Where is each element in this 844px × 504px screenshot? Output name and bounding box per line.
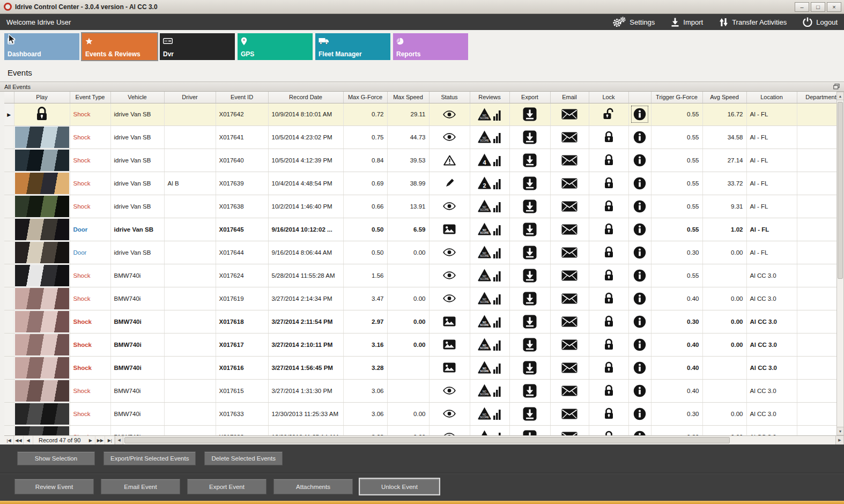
- email-cell[interactable]: [550, 310, 589, 333]
- tab-fleet-manager[interactable]: Fleet Manager: [315, 33, 390, 60]
- scroll-left-button[interactable]: ◀: [115, 436, 123, 444]
- reviews-cell[interactable]: NOSCORE: [470, 379, 509, 402]
- prev-record-button[interactable]: ◀: [24, 436, 33, 444]
- play-cell[interactable]: [14, 287, 70, 310]
- export-cell[interactable]: [509, 356, 550, 379]
- table-row[interactable]: ▶ Shock BMW740i X017615 3/27/2014 1:31:3…: [4, 379, 836, 402]
- table-row[interactable]: ▶ Shock idrive Van SB X017641 10/5/2014 …: [4, 125, 836, 149]
- close-button[interactable]: ×: [827, 2, 841, 12]
- lock-cell[interactable]: [589, 264, 628, 287]
- lock-cell[interactable]: [589, 333, 628, 356]
- export-cell[interactable]: [509, 287, 550, 310]
- reviews-cell[interactable]: NOSCORE: [470, 125, 509, 149]
- reviews-cell[interactable]: NOSCORE 2: [470, 172, 509, 195]
- play-cell[interactable]: [14, 356, 70, 379]
- export-cell[interactable]: [509, 425, 550, 435]
- reviews-cell[interactable]: NOSCORE: [470, 356, 509, 379]
- reviews-cell[interactable]: NOSCORE: [470, 218, 509, 241]
- horizontal-scrollbar[interactable]: ◀ ▶: [115, 436, 844, 444]
- next-page-button[interactable]: ▶▶: [95, 436, 105, 444]
- play-cell[interactable]: [14, 425, 70, 435]
- table-row[interactable]: ▶ Shock idrive Van SB X017640 10/5/2014 …: [4, 149, 836, 172]
- play-cell[interactable]: [14, 195, 70, 218]
- play-cell[interactable]: [14, 310, 70, 333]
- email-cell[interactable]: [550, 218, 589, 241]
- info-cell[interactable]: [628, 333, 651, 356]
- play-cell[interactable]: [14, 241, 70, 264]
- column-header-avg-speed[interactable]: Avg Speed: [702, 92, 746, 103]
- email-cell[interactable]: [550, 241, 589, 264]
- export-cell[interactable]: [509, 379, 550, 402]
- tab-reports[interactable]: Reports: [393, 33, 468, 60]
- play-cell[interactable]: [14, 402, 70, 425]
- status-cell[interactable]: [429, 172, 470, 195]
- lock-cell[interactable]: [589, 103, 628, 125]
- play-thumbnail[interactable]: [15, 242, 69, 263]
- review-event-button[interactable]: Review Event: [14, 479, 94, 494]
- table-row[interactable]: ▶ Shock BMW740i X017616 3/27/2014 1:56:4…: [4, 356, 836, 379]
- play-thumbnail[interactable]: [15, 219, 69, 240]
- play-cell[interactable]: [14, 333, 70, 356]
- play-thumbnail[interactable]: [15, 311, 69, 332]
- table-row[interactable]: ▶ Shock BMW740i X017624 5/28/2014 11:55:…: [4, 264, 836, 287]
- info-cell[interactable]: [628, 241, 651, 264]
- play-thumbnail[interactable]: [15, 288, 69, 309]
- export-cell[interactable]: [509, 172, 550, 195]
- status-cell[interactable]: [429, 379, 470, 402]
- table-row[interactable]: ▶ Door idrive Van SB X017644 9/16/2014 8…: [4, 241, 836, 264]
- email-cell[interactable]: [550, 103, 589, 125]
- play-cell[interactable]: [14, 149, 70, 172]
- info-cell[interactable]: [628, 356, 651, 379]
- lock-cell[interactable]: [589, 379, 628, 402]
- export-cell[interactable]: [509, 125, 550, 149]
- lock-cell[interactable]: [589, 425, 628, 435]
- last-record-button[interactable]: ▶|: [105, 436, 115, 444]
- reviews-cell[interactable]: NOSCORE: [470, 195, 509, 218]
- email-cell[interactable]: [550, 172, 589, 195]
- export-cell[interactable]: [509, 264, 550, 287]
- email-cell[interactable]: [550, 333, 589, 356]
- table-row[interactable]: ▶ Shock BMW740i X017617 3/27/2014 2:10:1…: [4, 333, 836, 356]
- table-row[interactable]: ▶ Shock BMW740i X017633 12/30/2013 11:25…: [4, 402, 836, 425]
- export-cell[interactable]: [509, 241, 550, 264]
- play-thumbnail[interactable]: [15, 265, 69, 286]
- column-header-email[interactable]: Email: [550, 92, 589, 103]
- reviews-cell[interactable]: NOSCORE: [470, 333, 509, 356]
- column-header-department[interactable]: Department: [797, 92, 836, 103]
- email-cell[interactable]: [550, 287, 589, 310]
- delete-selected-button[interactable]: Delete Selected Events: [204, 451, 283, 465]
- vertical-scrollbar[interactable]: ▲ ▼: [836, 92, 844, 435]
- info-cell[interactable]: [628, 379, 651, 402]
- lock-cell[interactable]: [589, 195, 628, 218]
- status-cell[interactable]: [429, 425, 470, 435]
- status-cell[interactable]: [429, 264, 470, 287]
- export-cell[interactable]: [509, 149, 550, 172]
- play-thumbnail[interactable]: [15, 357, 69, 379]
- table-row[interactable]: ▶ Shock idrive Van SB Al B X017639 10/4/…: [4, 172, 836, 195]
- column-header-vehicle[interactable]: Vehicle: [110, 92, 164, 103]
- status-cell[interactable]: [429, 287, 470, 310]
- settings-button[interactable]: Settings: [612, 17, 655, 27]
- reviews-cell[interactable]: NOSCORE: [470, 264, 509, 287]
- table-row[interactable]: ▶ Shock idrive Van SB X017638 10/2/2014 …: [4, 195, 836, 218]
- column-header-export[interactable]: Export: [509, 92, 550, 103]
- email-cell[interactable]: [550, 125, 589, 149]
- export-event-button[interactable]: Export Event: [187, 479, 266, 494]
- table-row[interactable]: ▶ Shock BMW740i X017632 12/30/2013 11:25…: [4, 425, 836, 435]
- lock-cell[interactable]: [589, 356, 628, 379]
- column-header-play[interactable]: Play: [14, 92, 70, 103]
- info-cell[interactable]: [628, 310, 651, 333]
- reviews-cell[interactable]: NOSCORE 4: [470, 149, 509, 172]
- vertical-scroll-track[interactable]: [837, 100, 843, 427]
- import-button[interactable]: Import: [671, 18, 703, 27]
- status-cell[interactable]: [429, 125, 470, 149]
- status-cell[interactable]: [429, 149, 470, 172]
- play-cell[interactable]: [14, 103, 70, 125]
- play-thumbnail[interactable]: [15, 173, 69, 194]
- play-cell[interactable]: [14, 218, 70, 241]
- column-header-max-g-force[interactable]: Max G-Force: [343, 92, 387, 103]
- column-header-lock[interactable]: Lock: [589, 92, 628, 103]
- transfer-activities-button[interactable]: Transfer Activities: [719, 18, 787, 27]
- email-cell[interactable]: [550, 149, 589, 172]
- reviews-cell[interactable]: NOSCORE: [470, 241, 509, 264]
